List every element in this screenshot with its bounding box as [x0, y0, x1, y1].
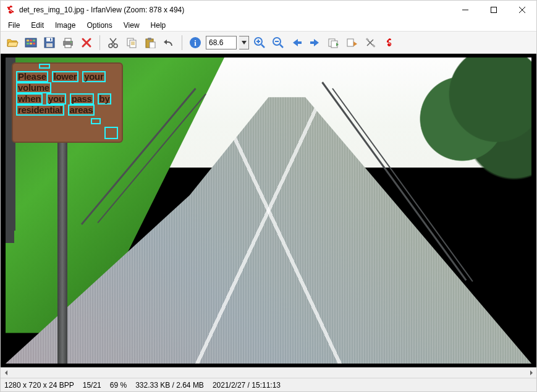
- window-controls: [451, 1, 536, 19]
- status-zoom: 69 %: [110, 381, 127, 390]
- zoom-in-button[interactable]: [252, 35, 268, 51]
- svg-rect-27: [150, 42, 155, 48]
- svg-rect-11: [30, 43, 32, 45]
- status-datetime: 2021/2/27 / 15:11:13: [213, 381, 281, 390]
- toolbar-separator: [182, 35, 182, 50]
- info-button[interactable]: i: [187, 35, 203, 51]
- save-button[interactable]: [41, 35, 57, 51]
- menu-help[interactable]: Help: [146, 20, 171, 31]
- toolbar-separator: [99, 35, 100, 50]
- window-title: det_res_img_10.jpg - IrfanView (Zoom: 87…: [19, 6, 451, 14]
- zoom-out-button[interactable]: [270, 35, 286, 51]
- image-viewport[interactable]: Please lower your volume when you pass b…: [1, 54, 536, 367]
- svg-rect-15: [50, 38, 51, 41]
- maximize-button[interactable]: [480, 1, 508, 19]
- svg-rect-14: [46, 38, 53, 41]
- menu-options[interactable]: Options: [82, 20, 117, 31]
- settings-button[interactable]: [363, 35, 379, 51]
- print-button[interactable]: [60, 35, 76, 51]
- statusbar: 1280 x 720 x 24 BPP 15/21 69 % 332.33 KB…: [1, 378, 536, 391]
- zoom-input[interactable]: [206, 36, 237, 49]
- svg-rect-16: [46, 43, 53, 47]
- next-button[interactable]: [307, 35, 323, 51]
- menubar: File Edit Image Options View Help: [1, 19, 536, 32]
- horizontal-scrollbar[interactable]: [1, 367, 536, 378]
- scroll-left-button[interactable]: [1, 368, 11, 378]
- svg-rect-10: [27, 43, 29, 45]
- scroll-right-button[interactable]: [526, 368, 536, 378]
- svg-text:i: i: [194, 38, 197, 48]
- menu-edit[interactable]: Edit: [26, 20, 49, 31]
- status-index: 15/21: [83, 381, 101, 390]
- svg-point-20: [70, 41, 72, 43]
- status-dimensions: 1280 x 720 x 24 BPP: [4, 381, 74, 390]
- svg-line-35: [280, 45, 283, 48]
- paste-button[interactable]: [142, 35, 158, 51]
- svg-rect-24: [130, 40, 136, 48]
- titlebar: det_res_img_10.jpg - IrfanView (Zoom: 87…: [1, 1, 536, 19]
- sign-text: Please lower your volume when you pass b…: [15, 71, 119, 116]
- svg-rect-18: [65, 38, 71, 41]
- svg-rect-8: [30, 40, 32, 41]
- svg-line-31: [261, 45, 264, 48]
- status-size: 332.33 KB / 2.64 MB: [135, 381, 204, 390]
- copy-button[interactable]: [124, 35, 140, 51]
- sign-logo-icon: [104, 127, 118, 139]
- slideshow-button[interactable]: [23, 35, 39, 51]
- close-button[interactable]: [508, 1, 536, 19]
- displayed-image: Please lower your volume when you pass b…: [6, 58, 531, 364]
- svg-rect-19: [65, 45, 71, 48]
- svg-rect-39: [347, 39, 353, 46]
- open-button[interactable]: [4, 35, 20, 51]
- menu-file[interactable]: File: [3, 20, 25, 31]
- delete-button[interactable]: [78, 35, 95, 51]
- svg-point-1: [12, 11, 14, 13]
- svg-point-21: [109, 44, 112, 48]
- minimize-button[interactable]: [451, 1, 480, 19]
- scroll-track[interactable]: [11, 368, 526, 378]
- app-icon: [6, 5, 15, 15]
- undo-button[interactable]: [161, 35, 177, 51]
- svg-point-22: [114, 44, 117, 48]
- sign-pole: [57, 143, 67, 364]
- prev-button[interactable]: [289, 35, 305, 51]
- move-to-button[interactable]: [344, 35, 360, 51]
- svg-rect-12: [33, 43, 35, 45]
- svg-point-0: [7, 7, 9, 9]
- svg-rect-3: [491, 7, 497, 13]
- menu-image[interactable]: Image: [50, 20, 80, 31]
- svg-rect-9: [33, 40, 35, 41]
- zoom-dropdown[interactable]: [239, 36, 249, 49]
- menu-view[interactable]: View: [119, 20, 145, 31]
- svg-rect-7: [27, 40, 29, 41]
- svg-rect-26: [148, 38, 151, 40]
- park-sign: Please lower your volume when you pass b…: [12, 62, 123, 143]
- about-button[interactable]: [381, 35, 397, 51]
- copy-to-button[interactable]: [326, 35, 342, 51]
- cut-button[interactable]: [105, 35, 121, 51]
- toolbar: i: [1, 32, 536, 54]
